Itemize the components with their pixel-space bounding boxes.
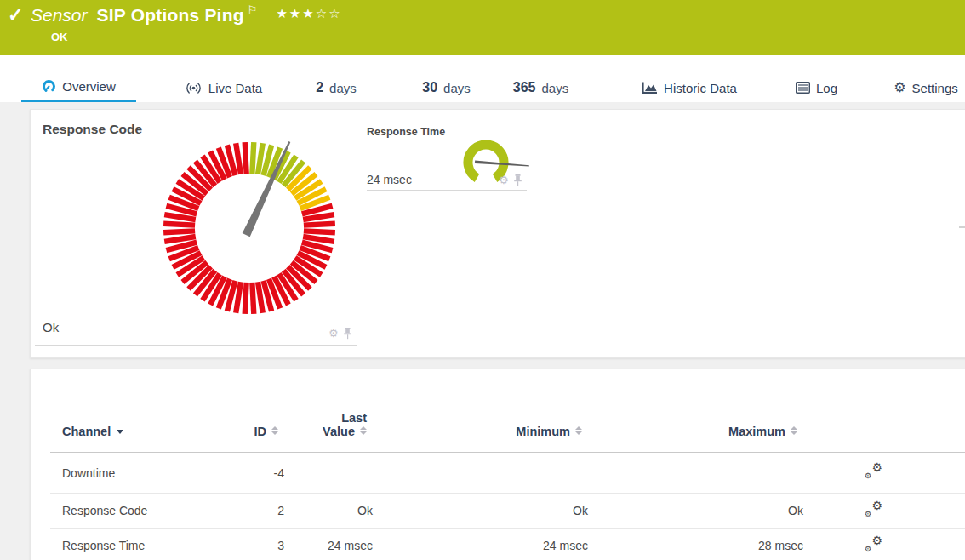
tab-bar: Overview Live Data 2 days 30 days 365 da…	[0, 55, 965, 102]
priority-star-rating[interactable]: ★★★☆☆	[276, 6, 341, 21]
gauge-title-response-code: Response Code	[43, 122, 142, 137]
column-label: Maximum	[728, 425, 785, 438]
card-separator	[367, 190, 527, 191]
pin-icon[interactable]	[343, 328, 352, 340]
column-header-minimum[interactable]: Minimum	[379, 369, 594, 453]
sort-icon	[575, 426, 582, 435]
tab-30-days[interactable]: 30 days	[410, 55, 482, 102]
column-label: Minimum	[516, 425, 570, 438]
tab-settings[interactable]: ⚙ Settings	[885, 55, 965, 102]
channel-minimum-cell: Ok	[379, 494, 594, 529]
tab-unit: days	[329, 81, 357, 95]
channel-maximum-cell: 28 msec	[594, 529, 809, 560]
log-list-icon	[796, 82, 810, 94]
column-label: Value	[323, 425, 355, 438]
sensor-status-header: ✓ Sensor SIP Options Ping ⚐ ★★★☆☆ OK	[0, 0, 965, 55]
column-header-last-value[interactable]: Last Value	[290, 369, 379, 453]
gauge-value-response-time: 24 msec	[367, 173, 412, 186]
tab-live-data[interactable]: Live Data	[174, 55, 272, 102]
channel-name-cell: Response Time	[50, 529, 209, 560]
tab-label: Overview	[62, 79, 116, 94]
small-gear-glyph: ⚙	[865, 546, 871, 553]
flag-icon[interactable]: ⚐	[248, 4, 258, 15]
channel-name-cell: Response Code	[50, 494, 209, 529]
tab-2-days[interactable]: 2 days	[306, 55, 366, 102]
gauge-icon	[42, 79, 56, 94]
tab-historic-data[interactable]: Historic Data	[630, 55, 749, 102]
tab-label: Historic Data	[664, 81, 737, 95]
channel-minimum-cell	[379, 453, 594, 494]
channel-table-panel: Channel ID Last Value Minimum Maximum Do…	[30, 369, 965, 560]
table-row: Downtime -4 ⚙⚙	[50, 453, 965, 494]
area-chart-icon	[642, 81, 658, 94]
table-row: Response Code 2 Ok Ok Ok ⚙⚙	[50, 494, 965, 529]
stars-filled: ★★★	[276, 6, 315, 20]
tab-365-days[interactable]: 365 days	[500, 55, 581, 102]
tab-log[interactable]: Log	[785, 55, 848, 102]
channel-settings-icon[interactable]: ⚙⚙	[865, 465, 882, 478]
tab-overview[interactable]: Overview	[21, 55, 136, 102]
tab-label: Live Data	[208, 81, 262, 95]
gauge-title-response-time: Response Time	[367, 126, 445, 138]
column-header-id[interactable]: ID	[209, 369, 290, 453]
tab-number: 365	[513, 80, 536, 95]
gear-icon: ⚙	[894, 81, 905, 94]
sort-icon	[271, 426, 278, 435]
table-row: Response Time 3 24 msec 24 msec 28 msec …	[50, 529, 965, 560]
tab-unit: days	[443, 81, 471, 95]
channel-actions-cell: ⚙⚙	[809, 529, 965, 560]
broadcast-icon	[185, 82, 203, 94]
gauge-value-response-code: Ok	[43, 320, 59, 334]
channel-last-value-cell: 24 msec	[290, 529, 379, 560]
channel-id-cell: 2	[209, 494, 290, 529]
prtg-sensor-page: ✓ Sensor SIP Options Ping ⚐ ★★★☆☆ OK Ove…	[0, 0, 965, 560]
channel-maximum-cell	[594, 453, 809, 494]
channel-last-value-cell	[290, 453, 379, 494]
table-header-row: Channel ID Last Value Minimum Maximum	[50, 369, 965, 453]
cutoff-card-separator	[959, 226, 965, 228]
channel-minimum-cell: 24 msec	[379, 529, 594, 560]
tab-label: Log	[816, 81, 837, 95]
channel-name-cell: Downtime	[50, 453, 209, 494]
column-header-actions	[809, 369, 965, 453]
small-gear-glyph: ⚙	[865, 511, 871, 518]
response-time-gauge	[458, 140, 536, 190]
stars-empty: ☆☆	[316, 6, 342, 20]
gauge-card-tools: ⚙	[499, 174, 522, 186]
big-gear-glyph: ⚙	[871, 500, 882, 511]
overview-gauges-panel: Response Code Ok ⚙ Response Time 24 msec…	[30, 109, 965, 358]
response-code-gauge	[160, 139, 339, 317]
gauge-settings-icon[interactable]: ⚙	[499, 174, 509, 186]
column-label: ID	[254, 425, 267, 438]
channel-last-value-cell: Ok	[290, 494, 379, 529]
tab-label: Settings	[912, 81, 958, 95]
status-badge: OK	[51, 31, 68, 43]
channel-maximum-cell: Ok	[594, 494, 809, 529]
page-title: SIP Options Ping	[97, 4, 244, 26]
tab-number: 2	[316, 80, 323, 95]
column-header-maximum[interactable]: Maximum	[594, 369, 809, 453]
column-header-channel[interactable]: Channel	[50, 369, 209, 453]
sensor-title-row: Sensor SIP Options Ping ⚐ ★★★☆☆	[31, 4, 342, 26]
channel-actions-cell: ⚙⚙	[809, 494, 965, 529]
big-gear-glyph: ⚙	[871, 461, 882, 473]
sort-icon	[360, 426, 367, 435]
channel-id-cell: -4	[209, 453, 290, 494]
big-gear-glyph: ⚙	[871, 534, 882, 546]
tab-number: 30	[422, 80, 437, 95]
channel-id-cell: 3	[209, 529, 290, 560]
pin-icon[interactable]	[513, 174, 522, 186]
small-gear-glyph: ⚙	[865, 472, 871, 480]
tab-unit: days	[542, 81, 569, 95]
gauge-settings-icon[interactable]: ⚙	[328, 328, 339, 339]
gauge-card-tools: ⚙	[328, 328, 352, 340]
caret-down-icon	[117, 430, 123, 434]
column-label: Channel	[62, 425, 111, 438]
channel-actions-cell: ⚙⚙	[809, 453, 965, 494]
card-separator	[35, 345, 357, 346]
status-check-icon: ✓	[8, 6, 23, 25]
column-label: Last	[290, 411, 367, 425]
channel-settings-icon[interactable]: ⚙⚙	[865, 538, 882, 551]
channel-settings-icon[interactable]: ⚙⚙	[865, 503, 882, 517]
sort-icon	[791, 426, 797, 435]
